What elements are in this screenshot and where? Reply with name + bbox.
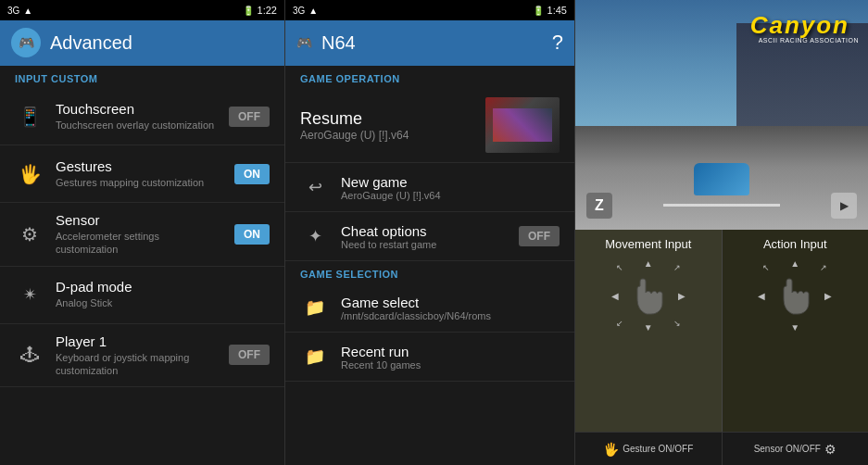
section-game-operation: GAME OPERATION xyxy=(285,66,574,88)
setting-sensor[interactable]: ⚙ Sensor Accelerometer settings customiz… xyxy=(0,203,284,267)
sensor-toggle[interactable]: ON xyxy=(234,224,270,245)
n64-battery-icon: 🔋 xyxy=(533,6,544,16)
panel-advanced: 3G ▲ 🔋 1:22 🎮 Advanced INPUT CUSTOM 📱 To… xyxy=(0,0,285,465)
gesture-toggle-bar[interactable]: 🖐 Gesture ON/OFF xyxy=(575,433,723,465)
resume-item[interactable]: Resume AeroGauge (U) [!].v64 xyxy=(285,88,574,163)
dpad-subtitle: Analog Stick xyxy=(56,296,270,309)
recent-run-subtitle: Recent 10 games xyxy=(341,359,560,371)
sensor-subtitle: Accelerometer settings customization xyxy=(56,230,223,257)
touchscreen-toggle[interactable]: OFF xyxy=(229,107,270,127)
sensor-bar-icon: ⚙ xyxy=(824,442,837,457)
player1-subtitle: Keyboard or joystick mapping customizati… xyxy=(56,351,218,378)
game-select-title: Game select xyxy=(341,295,560,310)
action-input-panel: Action Input ▲ ▼ ◀ ▶ ↗ ↖ xyxy=(723,230,869,432)
cheat-icon: ✦ xyxy=(300,221,330,251)
battery-icon: 🔋 xyxy=(243,6,254,16)
touchscreen-title: Touchscreen xyxy=(56,101,218,117)
time-display-advanced: 1:22 xyxy=(258,5,277,16)
resume-title: Resume xyxy=(300,109,474,129)
gestures-subtitle: Gestures mapping customization xyxy=(56,176,223,189)
cheat-toggle[interactable]: OFF xyxy=(519,226,560,246)
setting-dpad[interactable]: ✴ D-pad mode Analog Stick xyxy=(0,267,284,324)
sensor-icon: ⚙ xyxy=(15,220,44,249)
panel-n64: 3G ▲ 🔋 1:45 🎮 N64 ? GAME OPERATION Resum… xyxy=(285,0,575,465)
player-car xyxy=(694,163,749,195)
gesture-bar-label: Gesture ON/OFF xyxy=(623,444,693,454)
setting-gestures[interactable]: 🖐 Gestures Gestures mapping customizatio… xyxy=(0,145,284,203)
section-input-custom: INPUT CUSTOM xyxy=(0,66,284,88)
status-bar-n64: 3G ▲ 🔋 1:45 xyxy=(285,0,574,20)
signal-icon: ▲ xyxy=(23,6,32,16)
game-select-subtitle: /mnt/sdcard/classicboy/N64/roms xyxy=(341,310,560,321)
setting-player1[interactable]: 🕹 Player 1 Keyboard or joystick mapping … xyxy=(0,324,284,388)
player1-toggle[interactable]: OFF xyxy=(229,345,270,365)
z-badge[interactable]: Z xyxy=(586,193,612,219)
n64-signal-icon: ▲ xyxy=(308,6,318,16)
panel-game: Canyon ASCII RACING ASSOCIATION Z ▶ Move… xyxy=(575,0,868,465)
sensor-toggle-bar[interactable]: Sensor ON/OFF ⚙ xyxy=(723,433,869,465)
gesture-bar-icon: 🖐 xyxy=(603,442,619,457)
new-game-subtitle: AeroGauge (U) [!].v64 xyxy=(341,190,560,201)
cheat-title: Cheat options xyxy=(341,223,508,239)
movement-input-panel: Movement Input ▲ ▼ ◀ ▶ ↗ ↖ ↘ ↙ xyxy=(575,230,723,432)
game-select-item[interactable]: 📁 Game select /mnt/sdcard/classicboy/N64… xyxy=(285,283,574,333)
recent-run-title: Recent run xyxy=(341,344,560,359)
arrow-right-action: ▶ xyxy=(824,291,832,301)
dpad-title: D-pad mode xyxy=(56,279,270,295)
canyon-subtitle: ASCII RACING ASSOCIATION xyxy=(759,37,859,44)
hand-icon-action xyxy=(776,272,813,319)
title-bar-advanced: 🎮 Advanced xyxy=(0,20,284,65)
recent-run-item[interactable]: 📁 Recent run Recent 10 games xyxy=(285,333,574,382)
n64-title-bar: 🎮 N64 ? xyxy=(285,20,574,65)
n64-page-title: N64 xyxy=(321,32,356,54)
cheat-options-item[interactable]: ✦ Cheat options Need to restart game OFF xyxy=(285,212,574,261)
action-input-title: Action Input xyxy=(763,237,827,251)
game-select-icon: 📁 xyxy=(300,293,330,322)
status-bar-advanced: 3G ▲ 🔋 1:22 xyxy=(0,0,284,20)
touchscreen-subtitle: Touchscreen overlay customization xyxy=(56,119,218,132)
n64-app-icon: 🎮 xyxy=(296,34,312,51)
gestures-title: Gestures xyxy=(56,158,223,174)
arrow-down-move: ▼ xyxy=(644,322,653,333)
gestures-icon: 🖐 xyxy=(15,159,44,189)
help-icon[interactable]: ? xyxy=(552,31,563,55)
arrow-up-move: ▲ xyxy=(644,258,653,269)
input-controls: Movement Input ▲ ▼ ◀ ▶ ↗ ↖ ↘ ↙ Action In… xyxy=(575,230,868,432)
bottom-bar: 🖐 Gesture ON/OFF Sensor ON/OFF ⚙ xyxy=(575,432,868,465)
player1-icon: 🕹 xyxy=(15,340,44,370)
page-title-advanced: Advanced xyxy=(50,32,132,54)
arrow-left-move: ◀ xyxy=(611,291,619,301)
dpad-icon: ✴ xyxy=(15,280,44,309)
arrow-right-move: ▶ xyxy=(678,291,686,301)
app-icon-advanced: 🎮 xyxy=(11,28,41,57)
touchscreen-icon: 📱 xyxy=(15,102,44,132)
arrow-left-action: ◀ xyxy=(758,291,765,301)
game-screenshot: Canyon ASCII RACING ASSOCIATION Z ▶ xyxy=(575,0,868,230)
n64-time-display: 1:45 xyxy=(547,5,567,16)
section-game-selection: GAME SELECTION xyxy=(285,261,574,283)
player1-title: Player 1 xyxy=(56,333,218,349)
setting-touchscreen[interactable]: 📱 Touchscreen Touchscreen overlay custom… xyxy=(0,88,284,145)
canyon-title: Canyon xyxy=(750,11,849,40)
new-game-icon: ↩ xyxy=(300,172,330,202)
resume-thumbnail xyxy=(485,97,560,153)
new-game-title: New game xyxy=(341,174,560,190)
cheat-subtitle: Need to restart game xyxy=(341,239,508,250)
resume-subtitle: AeroGauge (U) [!].v64 xyxy=(300,129,474,142)
n64-network-indicator: 3G xyxy=(293,6,305,16)
new-game-item[interactable]: ↩ New game AeroGauge (U) [!].v64 xyxy=(285,163,574,212)
network-indicator: 3G xyxy=(7,6,19,16)
arrow-down-action: ▼ xyxy=(790,322,799,333)
arrow-up-action: ▲ xyxy=(790,258,799,269)
recent-run-icon: 📁 xyxy=(300,342,330,371)
sensor-title: Sensor xyxy=(56,212,223,228)
sensor-bar-label: Sensor ON/OFF xyxy=(754,444,821,454)
movement-input-title: Movement Input xyxy=(605,237,691,251)
gestures-toggle[interactable]: ON xyxy=(234,164,270,184)
hand-icon-movement xyxy=(630,272,667,319)
play-button[interactable]: ▶ xyxy=(831,193,857,219)
